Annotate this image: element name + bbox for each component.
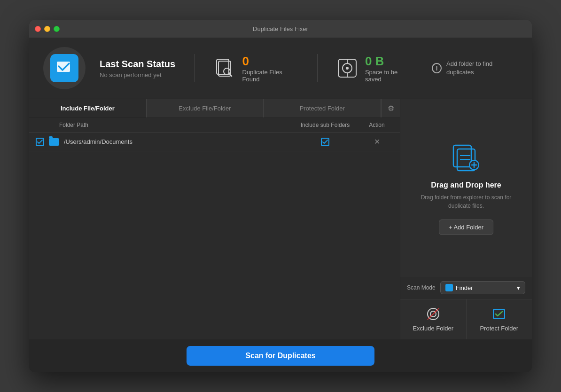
finder-icon (445, 284, 453, 291)
drop-zone-title: Drag and Drop here (431, 181, 501, 189)
tabs-bar: Include File/Folder Exclude File/Folder … (29, 99, 400, 118)
drop-zone[interactable]: Drag and Drop here Drag folder from expl… (400, 99, 532, 276)
traffic-lights (35, 26, 60, 32)
table-row: /Users/admin/Documents ✕ (29, 133, 400, 151)
row-subfolders-checkbox[interactable] (290, 138, 360, 146)
search-document-icon (214, 57, 235, 79)
drop-zone-icon (450, 141, 483, 173)
folder-icon (49, 138, 59, 146)
table-header: Folder Path Include sub Folders Action (29, 118, 400, 133)
subfolders-check[interactable] (321, 138, 329, 146)
tab-exclude[interactable]: Exclude File/Folder (147, 99, 264, 118)
duplicate-label: Duplicate Files Found (242, 69, 298, 83)
space-label: Space to be saved (365, 69, 413, 83)
duplicate-files-text: 0 Duplicate Files Found (242, 54, 298, 83)
status-title: Last Scan Status (100, 58, 175, 70)
space-icon (336, 56, 358, 80)
row-action[interactable]: ✕ (360, 137, 393, 146)
space-count: 0 B (365, 54, 413, 69)
scan-mode-label: Scan Mode (407, 284, 436, 291)
scan-mode-value: Finder (445, 284, 473, 291)
space-text: 0 B Space to be saved (365, 54, 413, 83)
minimize-window-button[interactable] (44, 26, 50, 32)
col-path-header: Folder Path (36, 122, 290, 128)
titlebar: Duplicate Files Fixer (29, 20, 532, 38)
protect-folder-label: Protect Folder (480, 325, 518, 332)
check-icon (322, 139, 328, 145)
info-text: Add folder to find duplicates (446, 60, 518, 77)
col-action-header: Action (360, 122, 393, 128)
remove-row-button[interactable]: ✕ (374, 137, 380, 146)
chevron-down-icon: ▾ (517, 284, 520, 291)
divider-2 (317, 54, 318, 82)
add-folder-button[interactable]: + Add Folder (439, 220, 493, 235)
right-panel: Drag and Drop here Drag folder from expl… (400, 99, 532, 339)
protect-folder-icon (492, 307, 506, 321)
exclude-folder-button[interactable]: Exclude Folder (400, 299, 467, 339)
protect-folder-button[interactable]: Protect Folder (467, 299, 532, 339)
app-logo-circle (43, 47, 86, 89)
drop-zone-subtitle: Drag folder from explorer to scan for du… (410, 193, 522, 210)
scan-button[interactable]: Scan for Duplicates (187, 346, 374, 366)
scan-footer: Scan for Duplicates (29, 339, 532, 372)
header: Last Scan Status No scan performed yet 0… (29, 38, 532, 99)
divider-1 (194, 54, 195, 82)
duplicate-files-stat: 0 Duplicate Files Found (213, 54, 298, 83)
col-subfolders-header: Include sub Folders (290, 122, 360, 128)
maximize-window-button[interactable] (54, 26, 60, 32)
info-icon: i (432, 63, 442, 73)
last-scan-status: Last Scan Status No scan performed yet (100, 58, 175, 78)
storage-icon (336, 57, 358, 79)
check-icon (37, 139, 43, 145)
status-subtitle: No scan performed yet (100, 71, 175, 78)
tab-include[interactable]: Include File/Folder (29, 99, 147, 118)
close-window-button[interactable] (35, 26, 41, 32)
duplicate-count: 0 (242, 54, 298, 69)
row-checkbox[interactable] (36, 138, 44, 146)
tab-protected[interactable]: Protected Folder (264, 99, 381, 118)
app-window: Duplicate Files Fixer Last Scan Status N… (29, 20, 532, 372)
scan-mode-bar: Scan Mode Finder ▾ (400, 276, 532, 299)
svg-point-7 (346, 67, 349, 70)
main-content: Include File/Folder Exclude File/Folder … (29, 99, 532, 339)
exclude-folder-icon (426, 307, 440, 321)
scan-mode-dropdown[interactable]: Finder ▾ (440, 281, 525, 294)
settings-button[interactable]: ⚙ (381, 99, 400, 118)
window-title: Duplicate Files Fixer (253, 25, 308, 32)
row-path: /Users/admin/Documents (64, 138, 290, 145)
action-buttons: Exclude Folder Protect Folder (400, 299, 532, 339)
logo-icon (56, 60, 73, 77)
exclude-folder-label: Exclude Folder (413, 325, 453, 332)
space-stat: 0 B Space to be saved (336, 54, 413, 83)
duplicate-files-icon (213, 56, 235, 80)
left-panel: Include File/Folder Exclude File/Folder … (29, 99, 400, 339)
app-logo (50, 54, 78, 82)
info-section: i Add folder to find duplicates (432, 60, 518, 77)
